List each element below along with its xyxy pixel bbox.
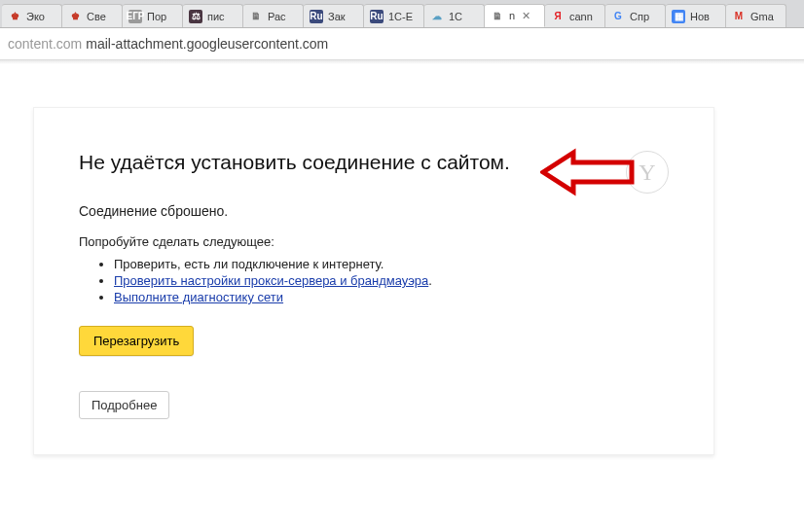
tab-label: cann bbox=[569, 11, 593, 22]
tab-12[interactable]: M Gma bbox=[726, 4, 786, 27]
error-card: Не удаётся установить соединение с сайто… bbox=[33, 107, 714, 455]
tab-9[interactable]: Я cann bbox=[545, 4, 605, 27]
page-icon: 🗎 bbox=[249, 10, 263, 23]
page-viewport: Не удаётся установить соединение с сайто… bbox=[0, 64, 804, 455]
yandex-icon: Я bbox=[551, 10, 565, 23]
page-icon: 🗎 bbox=[491, 9, 504, 22]
tab-label: Спр bbox=[630, 11, 649, 22]
error-title: Не удаётся установить соединение с сайто… bbox=[79, 151, 510, 174]
address-host: mail-attachment.googleusercontent.com bbox=[86, 36, 328, 52]
tab-1[interactable]: ♚ Све bbox=[62, 4, 123, 27]
coat-of-arms-icon: ♚ bbox=[68, 10, 82, 23]
suggestion-item: Выполните диагностику сети bbox=[114, 290, 669, 304]
tab-label: Эко bbox=[26, 11, 45, 22]
suggestion-item: Проверить настройки прокси-сервера и бра… bbox=[114, 273, 669, 288]
suggestion-item: Проверить, есть ли подключение к интерне… bbox=[114, 257, 669, 271]
tab-label: Све bbox=[87, 11, 106, 22]
tab-label: пис bbox=[207, 11, 225, 22]
proxy-settings-link[interactable]: Проверить настройки прокси-сервера и бра… bbox=[114, 273, 428, 288]
suggestion-list: Проверить, есть ли подключение к интерне… bbox=[79, 257, 669, 304]
try-following-label: Попробуйте сделать следующее: bbox=[79, 234, 669, 249]
close-tab-icon[interactable]: ✕ bbox=[522, 10, 530, 22]
tab-label: 1С-Е bbox=[388, 11, 413, 22]
egr-icon: ЕГР bbox=[128, 10, 142, 23]
tab-6[interactable]: Ru 1С-Е bbox=[364, 4, 424, 27]
ru-icon: Ru bbox=[370, 10, 384, 23]
tab-label: n bbox=[509, 10, 515, 21]
tab-3[interactable]: ⚖ пис bbox=[183, 4, 243, 27]
tab-label: Зак bbox=[328, 11, 346, 22]
details-button[interactable]: Подробнее bbox=[79, 391, 169, 419]
network-diagnostic-link[interactable]: Выполните диагностику сети bbox=[114, 290, 283, 304]
address-truncated: content.com bbox=[8, 36, 82, 52]
tab-label: Рас bbox=[268, 11, 286, 22]
google-news-icon: ▦ bbox=[672, 10, 685, 23]
cloud-icon: ☁ bbox=[430, 10, 444, 23]
google-icon: G bbox=[611, 10, 625, 23]
tab-label: Пор bbox=[147, 11, 166, 22]
tab-2[interactable]: ЕГР Пор bbox=[123, 4, 183, 27]
scales-icon: ⚖ bbox=[189, 10, 202, 23]
browser-tabstrip: ♚ Эко ♚ Све ЕГР Пор ⚖ пис 🗎 Рас Ru Зак R… bbox=[0, 0, 804, 28]
tab-5[interactable]: Ru Зак bbox=[304, 4, 364, 27]
error-subtitle: Соединение сброшено. bbox=[79, 203, 669, 219]
gmail-icon: M bbox=[732, 10, 746, 23]
tab-0[interactable]: ♚ Эко bbox=[2, 4, 62, 27]
tab-7[interactable]: ☁ 1С bbox=[424, 4, 485, 27]
tab-11[interactable]: ▦ Нов bbox=[666, 4, 726, 27]
tab-4[interactable]: 🗎 Рас bbox=[243, 4, 304, 27]
yandex-browser-icon: Y bbox=[626, 151, 669, 194]
suggestion-text: Проверить, есть ли подключение к интерне… bbox=[114, 257, 384, 271]
tab-label: Gma bbox=[750, 11, 774, 22]
tab-label: Нов bbox=[690, 11, 710, 22]
reload-button[interactable]: Перезагрузить bbox=[79, 326, 194, 356]
coat-of-arms-icon: ♚ bbox=[8, 10, 21, 23]
tab-10[interactable]: G Спр bbox=[605, 4, 666, 27]
ru-icon: Ru bbox=[310, 10, 323, 23]
tab-8-active[interactable]: 🗎 n ✕ bbox=[485, 4, 545, 27]
address-bar[interactable]: content.com mail-attachment.googleuserco… bbox=[0, 28, 804, 60]
tab-label: 1С bbox=[449, 11, 462, 22]
